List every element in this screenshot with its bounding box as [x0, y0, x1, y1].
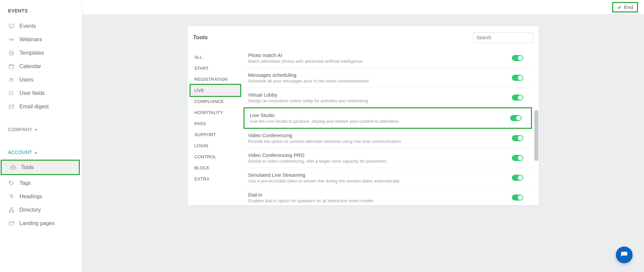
- toggle-switch[interactable]: [512, 75, 523, 81]
- tool-row: Photo match AIMatch attendees photos wit…: [243, 48, 533, 68]
- tool-title: Virtual Lobby: [248, 92, 512, 98]
- sidebar-item-label: Webinars: [19, 37, 42, 43]
- category-control[interactable]: CONTROL: [188, 151, 243, 162]
- toggle-switch[interactable]: [512, 95, 523, 101]
- panel-title: Tools: [193, 34, 208, 41]
- tool-title: Messages scheduling: [248, 72, 512, 78]
- sidebar-item-label: Headings: [19, 194, 42, 200]
- svg-rect-8: [9, 65, 14, 69]
- tool-title: Photo match AI: [248, 52, 512, 58]
- svg-rect-0: [9, 24, 14, 27]
- topbar: End: [82, 0, 644, 15]
- sidebar-item-label: Users: [19, 77, 34, 83]
- svg-point-23: [10, 182, 10, 182]
- sidebar-item-directory[interactable]: Directory: [0, 203, 82, 217]
- calendar-icon: [8, 63, 15, 70]
- sidebar-item-events[interactable]: Events: [0, 19, 82, 33]
- sidebar-item-tags[interactable]: Tags: [0, 176, 82, 190]
- svg-rect-33: [9, 222, 14, 225]
- mail-icon: [8, 103, 15, 110]
- category-hospitality[interactable]: HOSPITALITY: [188, 107, 243, 118]
- webinar-icon: [8, 36, 15, 43]
- category-compliance[interactable]: COMPLIANCE: [188, 96, 243, 107]
- chevron-up-icon: ▴: [35, 150, 37, 155]
- sidebar-item-tools[interactable]: Tools: [2, 161, 79, 174]
- toggle-switch[interactable]: [512, 155, 523, 161]
- toggle-switch[interactable]: [512, 175, 523, 181]
- sidebar-item-landing-pages[interactable]: Landing pages: [0, 217, 82, 230]
- browser-icon: [8, 220, 15, 227]
- tool-row: Live StudioUse the Live Studio to produc…: [245, 108, 531, 128]
- tool-desc: Design an innovative online lobby for ac…: [248, 98, 512, 103]
- tool-row: Video ConferencingProvide the option to …: [243, 128, 533, 148]
- sidebar-item-label: Tags: [19, 180, 31, 186]
- svg-point-18: [9, 93, 10, 94]
- sidebar-item-user-fields[interactable]: User fields: [0, 87, 82, 100]
- tool-desc: Schedule all your messages prior to the …: [248, 78, 512, 84]
- svg-point-13: [12, 78, 13, 80]
- account-section-toggle[interactable]: ACCOUNT ▴: [0, 146, 82, 159]
- category-login[interactable]: LOGIN: [188, 140, 243, 151]
- category-extra[interactable]: EXTRA: [188, 173, 243, 184]
- svg-point-3: [11, 39, 12, 41]
- sidebar-item-label: Email digest: [19, 104, 49, 110]
- sidebar-item-label: Templates: [19, 50, 44, 56]
- category-pass[interactable]: PASS: [188, 118, 243, 129]
- tool-row: Virtual LobbyDesign an innovative online…: [243, 88, 533, 108]
- svg-point-17: [9, 92, 10, 92]
- svg-point-19: [9, 95, 10, 95]
- chat-bubble-button[interactable]: [616, 247, 633, 263]
- svg-point-5: [10, 52, 11, 53]
- search-input[interactable]: [473, 32, 533, 43]
- tool-desc: Match attendees photos with advanced art…: [248, 59, 512, 64]
- sidebar-item-calendar[interactable]: Calendar: [0, 60, 82, 73]
- sidebar-item-users[interactable]: Users: [0, 73, 82, 87]
- sidebar-item-headings[interactable]: Headings: [0, 190, 82, 203]
- category-support[interactable]: SUPPORT: [188, 129, 243, 140]
- sitemap-icon: [8, 207, 15, 213]
- check-icon: [617, 5, 622, 10]
- toggle-switch[interactable]: [512, 55, 523, 61]
- sidebar: EVENTS EventsWebinarsTemplatesCalendarUs…: [0, 0, 82, 272]
- sidebar-item-webinars[interactable]: Webinars: [0, 33, 82, 46]
- tool-title: Live Studio: [250, 112, 510, 118]
- sidebar-item-templates[interactable]: Templates: [0, 46, 82, 60]
- tool-title: Video Conferencing: [248, 132, 512, 138]
- sidebar-item-label: Tools: [21, 164, 34, 170]
- svg-point-6: [12, 52, 13, 53]
- category-live[interactable]: LIVE: [191, 85, 240, 96]
- svg-point-4: [9, 51, 14, 55]
- tag-icon: [8, 180, 15, 186]
- svg-point-7: [11, 53, 12, 54]
- sidebar-item-email-digest[interactable]: Email digest: [0, 100, 82, 113]
- paragraph-icon: [8, 193, 15, 200]
- tool-row: Dial-inEnables dial-in option for speake…: [243, 188, 533, 205]
- category-block[interactable]: BLOCK: [188, 162, 243, 173]
- template-icon: [8, 50, 15, 56]
- end-button-label: End: [624, 4, 633, 10]
- toggle-switch[interactable]: [512, 195, 523, 201]
- company-section-toggle[interactable]: COMPANY ▾: [0, 123, 82, 136]
- company-label: COMPANY: [8, 127, 33, 132]
- scrollbar-thumb[interactable]: [534, 110, 538, 161]
- svg-rect-27: [9, 211, 10, 212]
- panel-header: Tools: [188, 26, 539, 48]
- tool-row: Messages schedulingSchedule all your mes…: [243, 68, 533, 88]
- end-button[interactable]: End: [612, 2, 638, 12]
- toggle-switch[interactable]: [512, 135, 523, 141]
- tool-desc: Use the Live Studio to produce, display …: [250, 119, 510, 124]
- tool-row: Simulated Live StreamingUse a pre-record…: [243, 168, 533, 188]
- svg-point-12: [10, 78, 12, 80]
- toolbox-icon: [10, 164, 16, 171]
- tool-desc: Enables dial-in option for speakers on a…: [248, 198, 512, 203]
- chat-icon: [621, 251, 628, 259]
- category-all[interactable]: ALL: [188, 52, 243, 63]
- sidebar-item-label: Directory: [19, 207, 41, 213]
- category-list: ALLSTARTREGISTRATIONLIVECOMPLIANCEHOSPIT…: [188, 48, 243, 205]
- tool-list[interactable]: Photo match AIMatch attendees photos wit…: [243, 48, 534, 205]
- category-registration[interactable]: REGISTRATION: [188, 74, 243, 85]
- sidebar-item-label: Landing pages: [19, 220, 55, 226]
- scrollbar-track[interactable]: [534, 48, 539, 205]
- category-start[interactable]: START: [188, 63, 243, 74]
- toggle-switch[interactable]: [510, 115, 522, 121]
